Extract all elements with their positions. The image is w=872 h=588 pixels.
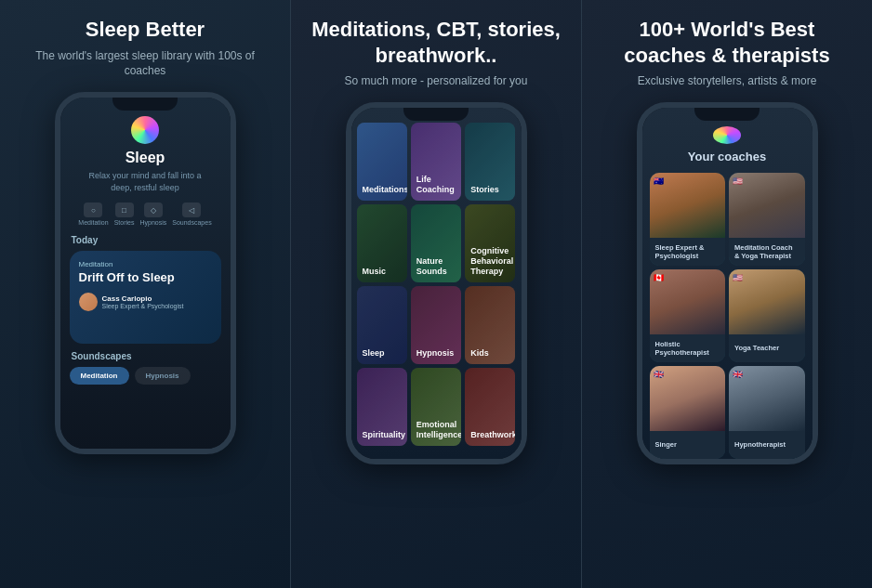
soundscape-tabs-row: Meditation Hypnosis bbox=[70, 367, 221, 385]
category-lifecoaching[interactable]: Life Coaching bbox=[411, 123, 461, 201]
category-lifecoaching-label: Life Coaching bbox=[416, 175, 456, 195]
coach-role-2: Meditation Coach & Yoga Therapist bbox=[734, 243, 799, 260]
coach-card-footer-1: Sleep Expert & Psychologist bbox=[650, 238, 726, 266]
panel-2-subtitle: So much more - personalized for you bbox=[306, 73, 566, 89]
coach-row: Cass Carlopio Sleep Expert & Psychologis… bbox=[79, 293, 212, 311]
nav-tab-soundscapes-label: Soundscapes bbox=[172, 219, 211, 226]
category-hypnosis-label: Hypnosis bbox=[416, 348, 455, 359]
category-naturesounds[interactable]: Nature Sounds bbox=[411, 204, 461, 282]
category-stories[interactable]: Stories bbox=[465, 123, 515, 201]
nav-tabs-row: ○ Meditation □ Stories ◇ Hypnosis ◁ Soun… bbox=[78, 203, 211, 226]
panel-categories: Meditations, CBT, stories, breathwork.. … bbox=[290, 0, 582, 588]
phone-2-notch bbox=[403, 108, 469, 121]
coach-role-3: Holistic Psychotherapist bbox=[655, 340, 720, 357]
meditation-icon: ○ bbox=[84, 203, 102, 217]
category-kids[interactable]: Kids bbox=[465, 286, 515, 364]
panel-2-header: Meditations, CBT, stories, breathwork.. … bbox=[306, 17, 566, 89]
nav-tab-hypnosis-label: Hypnosis bbox=[139, 219, 166, 226]
category-meditations-label: Meditations bbox=[363, 185, 407, 195]
sleep-screen-title: Sleep bbox=[126, 150, 165, 166]
coach-card-5[interactable]: 🇬🇧 Singer bbox=[650, 366, 726, 459]
sleep-screen-subtitle: Relax your mind and fall into a deep, re… bbox=[60, 170, 231, 193]
flag-1: 🇦🇺 bbox=[654, 176, 667, 186]
category-sleep[interactable]: Sleep bbox=[357, 286, 407, 364]
nav-tab-stories-label: Stories bbox=[114, 219, 135, 226]
nav-tab-stories[interactable]: □ Stories bbox=[114, 203, 135, 226]
phone-2-content: Meditations Life Coaching Stories Music … bbox=[351, 108, 522, 459]
coach-card-2[interactable]: 🇺🇸 Meditation Coach & Yoga Therapist bbox=[729, 173, 805, 266]
coach-card-footer-2: Meditation Coach & Yoga Therapist bbox=[729, 238, 805, 266]
coach-card-1[interactable]: 🇦🇺 Sleep Expert & Psychologist bbox=[650, 173, 726, 266]
flag-4: 🇺🇸 bbox=[733, 273, 746, 282]
nav-tab-meditation[interactable]: ○ Meditation bbox=[78, 203, 108, 226]
flag-2: 🇺🇸 bbox=[733, 176, 746, 186]
coach-role-4: Yoga Teacher bbox=[734, 344, 779, 352]
panel-3-header: 100+ World's Best coaches & therapists E… bbox=[597, 17, 857, 89]
coach-role-6: Hypnotherapist bbox=[734, 440, 786, 449]
panel-coaches: 100+ World's Best coaches & therapists E… bbox=[582, 0, 872, 588]
category-kids-label: Kids bbox=[470, 348, 489, 359]
coaches-label: Your coaches bbox=[688, 150, 766, 163]
soundscape-tab-hypnosis[interactable]: Hypnosis bbox=[135, 367, 191, 385]
soundscape-tab-meditation[interactable]: Meditation bbox=[70, 367, 129, 385]
phone-1-mockup: Sleep Relax your mind and fall into a de… bbox=[55, 92, 236, 454]
category-meditations[interactable]: Meditations bbox=[357, 123, 407, 201]
coach-photo-3: 🇨🇦 bbox=[650, 269, 726, 334]
category-breathwork[interactable]: Breathwork bbox=[465, 368, 515, 446]
category-spirituality[interactable]: Spirituality bbox=[357, 368, 407, 446]
coach-avatar bbox=[79, 293, 98, 311]
nav-tab-meditation-label: Meditation bbox=[78, 219, 108, 226]
phone-1-content: Sleep Relax your mind and fall into a de… bbox=[60, 98, 231, 449]
categories-grid: Meditations Life Coaching Stories Music … bbox=[357, 123, 516, 446]
nav-tab-hypnosis[interactable]: ◇ Hypnosis bbox=[139, 203, 166, 226]
category-sleep-label: Sleep bbox=[363, 348, 385, 359]
orb-icon-3 bbox=[713, 126, 741, 144]
category-cbt-label: Cognitive Behavioral Therapy bbox=[470, 246, 513, 276]
phone-3-content: Your coaches 🇦🇺 Sleep Expert & Psycholog… bbox=[642, 108, 813, 459]
panel-1-title: Sleep Better bbox=[15, 17, 275, 43]
flag-6: 🇬🇧 bbox=[733, 370, 746, 379]
coach-name: Cass Carlopio bbox=[102, 294, 184, 303]
soundscapes-icon: ◁ bbox=[182, 203, 201, 217]
coach-photo-1: 🇦🇺 bbox=[650, 173, 726, 238]
card-type-label: Meditation bbox=[79, 260, 212, 268]
coach-card-footer-4: Yoga Teacher bbox=[729, 334, 805, 362]
category-breathwork-label: Breathwork bbox=[470, 430, 515, 440]
panel-2-title: Meditations, CBT, stories, breathwork.. bbox=[306, 17, 566, 68]
panel-1-subtitle: The world's largest sleep library with 1… bbox=[15, 48, 275, 80]
flag-5: 🇬🇧 bbox=[654, 370, 667, 379]
category-hypnosis[interactable]: Hypnosis bbox=[411, 286, 461, 364]
coach-photo-6: 🇬🇧 bbox=[729, 366, 805, 431]
coaches-grid: 🇦🇺 Sleep Expert & Psychologist 🇺🇸 Medita… bbox=[650, 173, 805, 459]
category-cbt[interactable]: Cognitive Behavioral Therapy bbox=[465, 204, 515, 282]
meditation-card[interactable]: Meditation Drift Off to Sleep Cass Carlo… bbox=[70, 251, 221, 344]
coach-info: Cass Carlopio Sleep Expert & Psychologis… bbox=[102, 294, 184, 309]
coach-card-footer-6: Hypnotherapist bbox=[729, 431, 805, 459]
coach-photo-5: 🇬🇧 bbox=[650, 366, 726, 431]
orb-icon bbox=[131, 116, 159, 144]
nav-tab-soundscapes[interactable]: ◁ Soundscapes bbox=[172, 203, 211, 226]
phone-1-notch bbox=[112, 98, 178, 111]
category-music[interactable]: Music bbox=[357, 204, 407, 282]
coach-role-1: Sleep Expert & Psychologist bbox=[655, 243, 720, 260]
coach-card-footer-3: Holistic Psychotherapist bbox=[650, 334, 726, 362]
coach-card-6[interactable]: 🇬🇧 Hypnotherapist bbox=[729, 366, 805, 459]
panel-3-subtitle: Exclusive storytellers, artists & more bbox=[597, 73, 857, 89]
coach-card-4[interactable]: 🇺🇸 Yoga Teacher bbox=[729, 269, 805, 362]
soundscapes-section-label: Soundscapes bbox=[60, 351, 132, 361]
coach-role: Sleep Expert & Psychologist bbox=[102, 303, 184, 309]
category-stories-label: Stories bbox=[470, 185, 499, 195]
stories-icon: □ bbox=[115, 203, 134, 217]
panel-3-title: 100+ World's Best coaches & therapists bbox=[597, 17, 857, 68]
category-spirituality-label: Spirituality bbox=[363, 430, 406, 440]
phone-3-notch bbox=[694, 108, 760, 121]
flag-3: 🇨🇦 bbox=[654, 273, 667, 282]
coach-card-footer-5: Singer bbox=[650, 431, 726, 459]
coach-role-5: Singer bbox=[655, 440, 677, 449]
hypnosis-icon: ◇ bbox=[144, 203, 163, 217]
category-music-label: Music bbox=[363, 267, 387, 277]
category-emotional[interactable]: Emotional Intelligence bbox=[411, 368, 461, 446]
category-naturesounds-label: Nature Sounds bbox=[416, 256, 456, 277]
coach-card-3[interactable]: 🇨🇦 Holistic Psychotherapist bbox=[650, 269, 726, 362]
phone-2-mockup: Meditations Life Coaching Stories Music … bbox=[346, 102, 527, 464]
